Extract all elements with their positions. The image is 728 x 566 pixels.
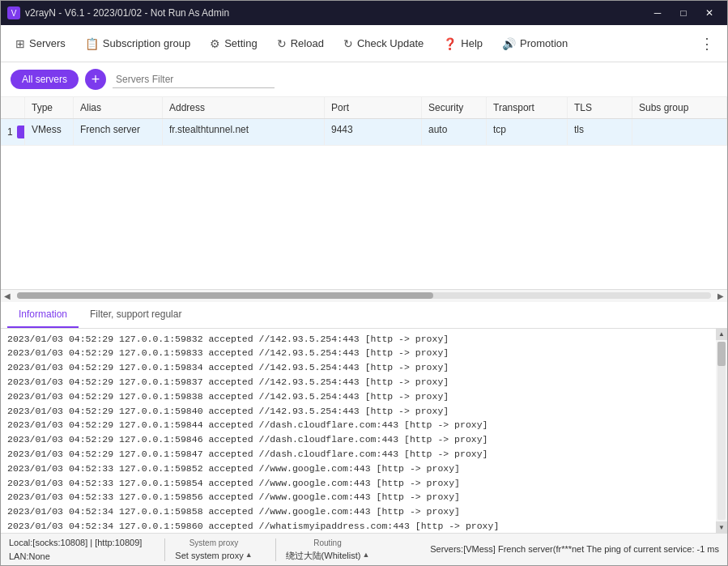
ping-info: The ping of current service: -1 ms [586, 544, 719, 554]
log-line: 2023/01/03 04:52:29 127.0.0.1:59847 acce… [7, 447, 714, 462]
app-icon: V [7, 6, 20, 19]
routing-section: Routing 绕过大陆(Whitelist) ▲ [286, 537, 383, 563]
promotion-icon: 🔊 [502, 37, 516, 50]
col-tls: TLS [568, 97, 632, 118]
log-scrollbar[interactable]: ▲ ▼ [716, 329, 727, 534]
log-tabs: Information Filter, support regular [1, 302, 727, 329]
check-update-icon: ↻ [343, 37, 353, 50]
row-tls: tls [568, 119, 632, 145]
server-color-indicator [17, 126, 25, 138]
menu-servers-label: Servers [29, 37, 66, 49]
lan-label: LAN:None [9, 550, 142, 564]
menu-setting-label: Setting [224, 37, 257, 49]
menu-reload[interactable]: ↻ Reload [269, 32, 332, 55]
routing-dropdown[interactable]: 绕过大陆(Whitelist) ▲ [286, 549, 370, 563]
local-address-section: Local:[socks:10808] | [http:10809] LAN:N… [9, 536, 155, 563]
scroll-thumb[interactable] [17, 292, 433, 299]
routing-dropdown-arrow: ▲ [362, 550, 369, 561]
servers-filter-input[interactable] [113, 71, 275, 88]
log-line: 2023/01/03 04:52:34 127.0.0.1:59860 acce… [7, 519, 714, 533]
routing-value: 绕过大陆(Whitelist) [286, 549, 361, 563]
maximize-button[interactable]: □ [672, 4, 695, 22]
log-scrollbar-track[interactable] [717, 342, 726, 521]
col-address: Address [163, 97, 325, 118]
row-security: auto [422, 119, 487, 145]
log-line: 2023/01/03 04:52:29 127.0.0.1:59832 acce… [7, 332, 714, 347]
menu-subscription[interactable]: 📋 Subscription group [77, 32, 198, 55]
log-line: 2023/01/03 04:52:29 127.0.0.1:59837 acce… [7, 375, 714, 389]
menu-check-update-label: Check Update [357, 37, 424, 49]
log-line: 2023/01/03 04:52:29 127.0.0.1:59846 acce… [7, 432, 714, 447]
menu-promotion-label: Promotion [520, 37, 568, 49]
system-proxy-value: Set system proxy [175, 549, 243, 563]
menu-more-button[interactable]: ⋮ [693, 30, 721, 57]
close-button[interactable]: ✕ [698, 4, 721, 22]
tab-information[interactable]: Information [7, 302, 79, 328]
system-proxy-dropdown[interactable]: Set system proxy ▲ [175, 549, 252, 563]
servers-info-section: Servers:[VMess] French server(fr***net T… [430, 543, 719, 557]
add-server-button[interactable]: + [85, 69, 106, 90]
subscription-icon: 📋 [85, 37, 99, 50]
status-divider-2 [275, 538, 276, 561]
all-servers-button[interactable]: All servers [11, 70, 79, 89]
row-transport: tcp [487, 119, 568, 145]
row-subs [632, 119, 727, 145]
menu-help[interactable]: ❓ Help [435, 32, 491, 55]
title-bar: V v2rayN - V6.1 - 2023/01/02 - Not Run A… [1, 1, 727, 25]
col-alias: Alias [74, 97, 163, 118]
tab-filter[interactable]: Filter, support regular [79, 302, 193, 328]
table-header: Type Alias Address Port Security Transpo… [1, 97, 727, 119]
title-controls: ─ □ ✕ [646, 4, 721, 22]
scroll-left-arrow[interactable]: ◀ [1, 289, 14, 302]
proxy-section: System proxy Set system proxy ▲ [175, 537, 265, 563]
horizontal-scrollbar[interactable]: ◀ ▶ [1, 289, 727, 302]
menu-servers[interactable]: ⊞ Servers [7, 32, 74, 55]
menu-check-update[interactable]: ↻ Check Update [335, 32, 432, 55]
menu-reload-label: Reload [291, 37, 324, 49]
log-scroll-down[interactable]: ▼ [716, 521, 727, 533]
menu-subscription-label: Subscription group [103, 37, 190, 49]
toolbar: All servers + [1, 62, 727, 97]
table-body: 1 VMess French server fr.stealthtunnel.n… [1, 119, 727, 289]
log-scroll-up[interactable]: ▲ [716, 329, 727, 340]
log-area: 2023/01/03 04:52:29 127.0.0.1:59832 acce… [1, 329, 727, 534]
local-socks-label: Local:[socks:10808] | [http:10809] [9, 536, 142, 550]
log-line: 2023/01/03 04:52:33 127.0.0.1:59856 acce… [7, 490, 714, 504]
menu-promotion[interactable]: 🔊 Promotion [494, 32, 576, 55]
minimize-button[interactable]: ─ [646, 4, 669, 22]
setting-icon: ⚙ [210, 37, 220, 50]
scroll-right-arrow[interactable]: ▶ [714, 289, 727, 302]
table-row[interactable]: 1 VMess French server fr.stealthtunnel.n… [1, 119, 727, 146]
row-type: VMess [25, 119, 74, 145]
menu-help-label: Help [461, 37, 483, 49]
reload-icon: ↻ [277, 37, 287, 50]
col-transport: Transport [487, 97, 568, 118]
col-type: Type [25, 97, 74, 118]
row-num: 1 [1, 119, 25, 145]
log-line: 2023/01/03 04:52:33 127.0.0.1:59852 acce… [7, 462, 714, 476]
window-title: v2rayN - V6.1 - 2023/01/02 - Not Run As … [25, 7, 229, 19]
log-scrollbar-thumb[interactable] [717, 342, 726, 366]
help-icon: ❓ [443, 37, 457, 50]
col-security: Security [422, 97, 487, 118]
menu-setting[interactable]: ⚙ Setting [202, 32, 265, 55]
system-proxy-label: System proxy [189, 537, 239, 549]
log-line: 2023/01/03 04:52:29 127.0.0.1:59833 acce… [7, 346, 714, 360]
log-wrapper: 2023/01/03 04:52:29 127.0.0.1:59832 acce… [1, 329, 727, 534]
log-line: 2023/01/03 04:52:34 127.0.0.1:59858 acce… [7, 504, 714, 519]
status-divider-1 [164, 538, 165, 561]
scroll-track[interactable] [17, 292, 711, 299]
log-line: 2023/01/03 04:52:29 127.0.0.1:59838 acce… [7, 389, 714, 404]
servers-info: Servers:[VMess] French server(fr***net [430, 544, 584, 554]
proxy-dropdown-arrow: ▲ [245, 550, 253, 561]
menubar: ⊞ Servers 📋 Subscription group ⚙ Setting… [1, 25, 727, 62]
col-subs: Subs group [632, 97, 727, 118]
row-alias: French server [74, 119, 163, 145]
row-address: fr.stealthtunnel.net [163, 119, 325, 145]
log-line: 2023/01/03 04:52:29 127.0.0.1:59844 acce… [7, 418, 714, 432]
col-port: Port [325, 97, 422, 118]
main-window: V v2rayN - V6.1 - 2023/01/02 - Not Run A… [0, 0, 728, 566]
status-bar: Local:[socks:10808] | [http:10809] LAN:N… [1, 533, 727, 565]
row-port: 9443 [325, 119, 422, 145]
routing-label: Routing [313, 537, 341, 549]
